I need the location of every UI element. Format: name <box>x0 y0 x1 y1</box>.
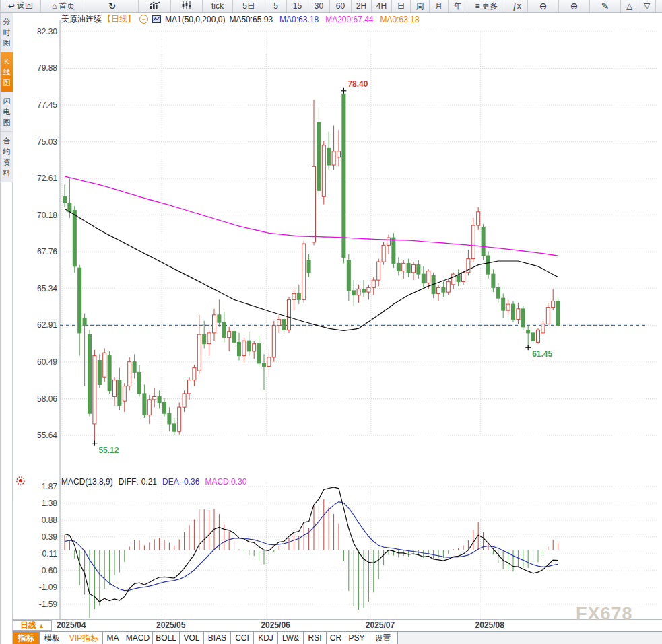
price-axis-label: 60.49 <box>37 357 57 367</box>
month-label: 2025/08 <box>475 620 504 630</box>
macd-macd-value: MACD:0.30 <box>205 477 246 487</box>
chart-type-sidebar: 分时图K线图闪电图合约资料 <box>1 13 13 644</box>
price-axis-label: 82.30 <box>37 27 57 36</box>
home-button[interactable]: ⌂首页 <box>41 0 86 12</box>
tab-macd[interactable]: MACD <box>123 632 153 644</box>
triangle-down-icon: ▽ <box>644 2 650 10</box>
period-4h-button[interactable]: 4H <box>372 0 392 12</box>
tab-psy[interactable]: PSY <box>345 632 368 644</box>
tab-vol[interactable]: VOL <box>180 632 204 644</box>
ma-value-0: MA50:65.93 <box>229 15 273 24</box>
period-week-button[interactable]: 周 <box>411 0 430 12</box>
period-month-button[interactable]: 月 <box>430 0 449 12</box>
period-5-button[interactable]: 5 <box>265 0 287 12</box>
back-button-label: 返回 <box>17 1 33 12</box>
low-price-annotation: 61.45 <box>532 349 552 359</box>
triangle-up-icon: ▲ <box>38 622 44 629</box>
price-chart-canvas[interactable]: 82.3079.8877.4575.0372.6170.1867.7665.34… <box>13 13 662 620</box>
macd-axis-label: 0.39 <box>42 532 58 542</box>
chart-header: 美原油连续【日线】 − MA1(50,0,200,0) MA50:65.93MA… <box>61 13 420 25</box>
period-30-button[interactable]: 30 <box>308 0 330 12</box>
high-price-annotation: 78.40 <box>347 79 368 89</box>
collapse-indicator-icon[interactable]: − <box>139 15 148 24</box>
tab-bias[interactable]: BIAS <box>204 632 231 644</box>
refresh-icon: ↻ <box>108 1 117 11</box>
period-5-button-label: 5 <box>273 1 278 11</box>
month-label: 2025/07 <box>366 620 395 630</box>
tab-ma[interactable]: MA <box>103 632 123 644</box>
period-5d-button[interactable]: 5日 <box>233 0 265 12</box>
zoom-in-button[interactable]: ⊕ <box>559 0 590 12</box>
price-axis-label: 62.91 <box>37 320 57 330</box>
period-year-button-label: 年 <box>454 1 462 12</box>
price-axis-label: 79.88 <box>37 63 57 73</box>
period-15-button-label: 15 <box>293 1 302 11</box>
tick-button-label: tick <box>211 1 224 11</box>
period-2h-button[interactable]: 2H <box>352 0 372 12</box>
zoom-in-icon: ⊕ <box>570 1 578 11</box>
sidebar-item-time-chart[interactable]: 分时图 <box>1 13 13 52</box>
tab-rsi[interactable]: RSI <box>304 632 327 644</box>
price-axis-label: 77.45 <box>37 100 57 110</box>
price-axis-label: 75.03 <box>37 137 57 147</box>
indicator-settings-icon[interactable] <box>15 476 26 489</box>
period-day-button[interactable]: 日 <box>392 0 411 12</box>
pencil-icon: ✎ <box>601 1 609 11</box>
indicator-tab-bar: 指标模板VIP指标MAMACDBOLLVOLBIASCCIKDJLW&RSICR… <box>13 631 662 644</box>
zoom-out-icon: ⊖ <box>539 1 548 11</box>
zoom-out-button[interactable]: ⊖ <box>528 0 559 12</box>
sidebar-item-contract-info[interactable]: 合约资料 <box>1 132 13 182</box>
tab-settings[interactable]: 设置 <box>368 632 398 644</box>
trading-app-window: ↩返回⌂首页↻tick5日51530602H4H日周月年≡更多ƒx⊖⊕✎△▽ 分… <box>0 0 662 644</box>
macd-axis-label: 1.87 <box>42 482 58 491</box>
back-button[interactable]: ↩返回 <box>1 0 41 12</box>
macd-dea-value: DEA:-0.36 <box>162 477 199 487</box>
price-axis-label: 65.34 <box>37 284 57 293</box>
sidebar-item-lightning-chart[interactable]: 闪电图 <box>1 92 13 132</box>
refresh-button[interactable]: ↻ <box>86 0 139 12</box>
tab-template[interactable]: 模板 <box>40 632 65 644</box>
macd-axis-label: -1.09 <box>39 583 58 592</box>
period-week-button-label: 周 <box>416 1 424 12</box>
home-icon: ⌂ <box>52 2 57 10</box>
tick-button[interactable]: tick <box>203 0 233 12</box>
triangle-up-button[interactable]: △ <box>621 0 638 12</box>
more-button-label: 更多 <box>482 1 498 12</box>
sidebar-item-kline-chart[interactable]: K线图 <box>1 52 13 92</box>
macd-header: MACD(13,8,9) DIFF:-0.21 DEA:-0.36 MACD:0… <box>61 477 246 487</box>
fx-icon: ƒx <box>512 2 521 10</box>
tab-lw[interactable]: LW& <box>278 632 304 644</box>
tab-cci[interactable]: CCI <box>231 632 254 644</box>
macd-axis-label: -0.60 <box>39 566 58 575</box>
tab-kdj[interactable]: KDJ <box>254 632 278 644</box>
period-15-button[interactable]: 15 <box>287 0 308 12</box>
draw-button[interactable]: ✎ <box>590 0 621 12</box>
ma-values: MA50:65.93MA0:63.18MA200:67.44MA0:63.18 <box>229 15 419 24</box>
low-price-annotation: 55.12 <box>98 445 119 455</box>
price-axis-label: 72.61 <box>37 174 57 183</box>
macd-axis-label: -1.59 <box>39 600 58 609</box>
back-icon: ↩ <box>8 2 15 10</box>
month-label: 2025/06 <box>261 620 290 630</box>
month-label: 2025/04 <box>57 620 86 630</box>
tab-indicator[interactable]: 指标 <box>13 632 40 644</box>
period-selector-button[interactable]: 日线 ▲ <box>13 620 52 631</box>
period-year-button[interactable]: 年 <box>449 0 467 12</box>
tab-cr[interactable]: CR <box>327 632 345 644</box>
period-selector-label: 日线 <box>20 620 36 631</box>
period-4h-button-label: 4H <box>376 1 387 11</box>
indicator-fx-button[interactable]: ƒx <box>506 0 528 12</box>
triangle-down-button[interactable]: ▽ <box>638 0 656 12</box>
bar-chart-button[interactable] <box>139 0 171 12</box>
period-day-button-label: 日 <box>397 1 405 12</box>
macd-params-label: MACD(13,8,9) <box>61 477 113 487</box>
tab-vip-indicator[interactable]: VIP指标 <box>65 632 103 644</box>
home-button-label: 首页 <box>59 1 75 12</box>
candlestick-button[interactable] <box>171 0 203 12</box>
period-tag: 【日线】 <box>103 13 135 25</box>
period-60-button[interactable]: 60 <box>330 0 352 12</box>
month-label: 2025/05 <box>156 620 185 630</box>
more-button[interactable]: ≡更多 <box>467 0 506 12</box>
chart-region: 82.3079.8877.4575.0372.6170.1867.7665.34… <box>13 13 662 644</box>
tab-boll[interactable]: BOLL <box>153 632 180 644</box>
